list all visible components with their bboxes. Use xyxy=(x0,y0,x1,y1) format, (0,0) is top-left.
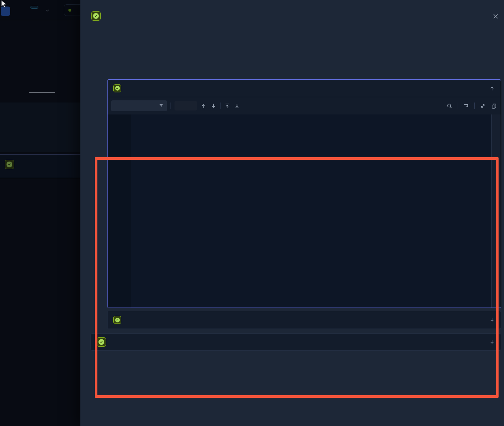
status-success-icon xyxy=(97,337,106,347)
line-number-gutter xyxy=(108,114,131,308)
match-counter xyxy=(175,101,197,110)
scroll-to-top-icon[interactable] xyxy=(224,103,230,109)
word-wrap-icon[interactable] xyxy=(463,103,469,109)
copy-icon[interactable] xyxy=(491,103,497,109)
highlight-keywords-field[interactable] xyxy=(114,103,156,108)
step-row-stop-services[interactable] xyxy=(91,333,501,351)
match-marker-strip[interactable] xyxy=(491,114,501,308)
toolbar-divider xyxy=(171,103,171,109)
log-toolbar xyxy=(108,97,501,114)
run-shell-command-card xyxy=(107,79,501,308)
run-shell-command-header[interactable] xyxy=(108,80,501,97)
drawer-tabs xyxy=(91,53,114,59)
drawer-backdrop[interactable] xyxy=(0,0,80,426)
status-success-icon xyxy=(113,84,121,92)
filter-icon xyxy=(159,103,164,108)
execution-drawer xyxy=(80,0,504,426)
close-icon[interactable] xyxy=(490,11,501,22)
collapse-icon[interactable] xyxy=(489,85,495,91)
expand-icon[interactable] xyxy=(489,317,495,323)
screen xyxy=(0,0,504,426)
steps-list xyxy=(91,79,501,354)
toolbar-divider xyxy=(474,103,475,109)
fullscreen-icon[interactable] xyxy=(480,103,486,109)
expand-icon[interactable] xyxy=(489,339,495,345)
execution-status-icon xyxy=(91,11,101,21)
status-success-icon xyxy=(113,316,121,324)
log-viewer[interactable] xyxy=(108,114,501,308)
search-icon[interactable] xyxy=(446,103,453,109)
previous-match-icon[interactable] xyxy=(201,103,207,109)
highlight-keywords-input[interactable] xyxy=(111,100,167,111)
next-match-icon[interactable] xyxy=(210,103,217,109)
toolbar-divider xyxy=(458,103,458,109)
toolbar-divider xyxy=(220,103,220,109)
scroll-to-bottom-icon[interactable] xyxy=(234,103,240,109)
step-row-upload-artifacts[interactable] xyxy=(107,311,501,329)
